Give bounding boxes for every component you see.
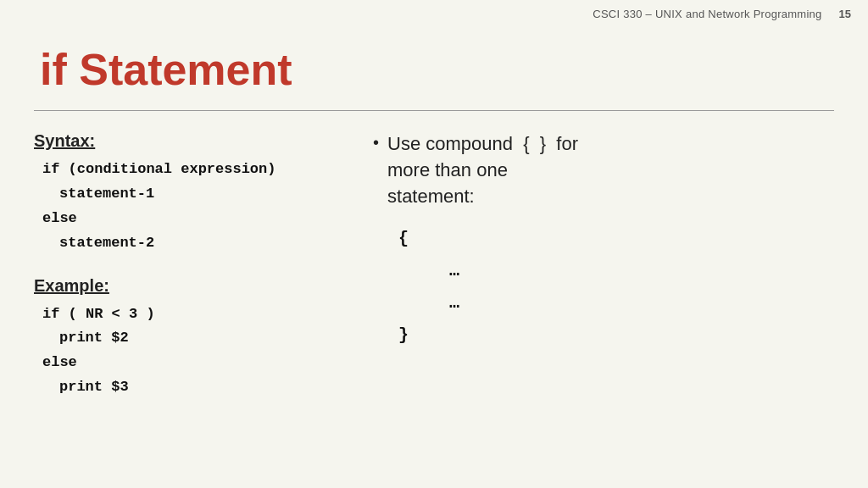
bullet-item: • Use compound { } formore than onestate… — [373, 131, 834, 209]
example-line-2: print $2 — [42, 326, 356, 351]
syntax-code: if (conditional expression) statement-1 … — [42, 158, 356, 256]
example-label: Example: — [34, 276, 356, 296]
example-line-4: print $3 — [42, 375, 356, 400]
header-title: CSCI 330 – UNIX and Network Programming — [593, 8, 821, 20]
left-column: Syntax: if (conditional expression) stat… — [34, 123, 356, 471]
slide-title: if Statement — [40, 44, 292, 95]
example-line-1: if ( NR < 3 ) — [42, 302, 356, 327]
right-code-line-1: { — [398, 223, 834, 255]
right-code-block: { … … } — [398, 223, 834, 352]
example-line-3: else — [42, 351, 356, 375]
right-code-line-4: } — [398, 319, 834, 352]
syntax-line-4: statement-2 — [42, 231, 356, 256]
bullet-text: Use compound { } formore than onestateme… — [387, 131, 578, 209]
right-code-line-2: … — [398, 255, 834, 287]
bullet-dot: • — [373, 133, 379, 152]
title-divider — [34, 110, 834, 111]
right-code-line-3: … — [398, 287, 834, 319]
content-area: Syntax: if (conditional expression) stat… — [34, 123, 834, 471]
syntax-label: Syntax: — [34, 131, 356, 151]
syntax-line-2: statement-1 — [42, 182, 356, 207]
right-column: • Use compound { } formore than onestate… — [356, 123, 834, 471]
syntax-line-3: else — [42, 207, 356, 231]
slide-number: 15 — [839, 8, 851, 20]
example-code: if ( NR < 3 ) print $2 else print $3 — [42, 302, 356, 401]
header-bar: CSCI 330 – UNIX and Network Programming … — [0, 0, 868, 27]
syntax-line-1: if (conditional expression) — [42, 158, 356, 182]
